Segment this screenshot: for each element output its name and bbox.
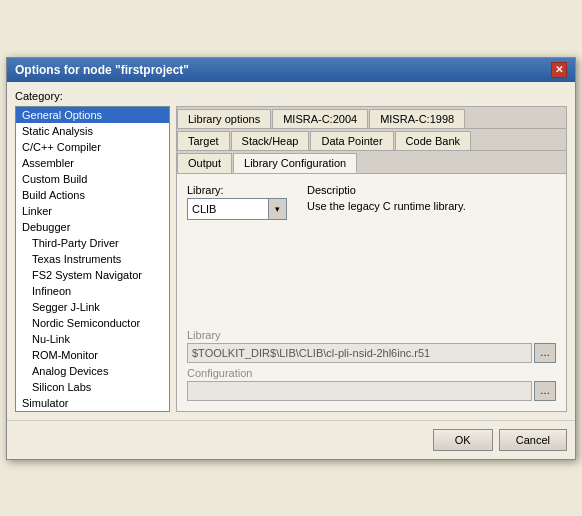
- library-value: CLIB: [188, 201, 268, 217]
- category-item-third-party-driver[interactable]: Third-Party Driver: [16, 235, 169, 251]
- category-item-assembler[interactable]: Assembler: [16, 155, 169, 171]
- configuration-label: Configuration: [187, 367, 556, 379]
- library-path-browse-button[interactable]: …: [534, 343, 556, 363]
- category-item-segger-j-link[interactable]: Segger J-Link: [16, 299, 169, 315]
- dropdown-arrow-icon[interactable]: ▾: [268, 199, 286, 219]
- dialog-body: Category: General OptionsStatic Analysis…: [7, 82, 575, 420]
- library-form-row: Library: CLIB ▾ Descriptio Use the legac…: [187, 184, 556, 220]
- main-dialog: Options for node "firstproject" ✕ Catego…: [6, 57, 576, 460]
- tab-output[interactable]: Output: [177, 153, 232, 173]
- library-path-group: Library …: [187, 329, 556, 363]
- config-browse-icon: …: [540, 385, 550, 396]
- library-path-wrap: …: [187, 343, 556, 363]
- library-label: Library:: [187, 184, 287, 196]
- category-item-custom-build[interactable]: Custom Build: [16, 171, 169, 187]
- configuration-group: Configuration …: [187, 367, 556, 401]
- tabs-row-3: OutputLibrary Configuration: [177, 151, 566, 174]
- category-item-simulator[interactable]: Simulator: [16, 395, 169, 411]
- library-path-label: Library: [187, 329, 556, 341]
- tab-data-pointer[interactable]: Data Pointer: [310, 131, 393, 150]
- main-area: General OptionsStatic AnalysisC/C++ Comp…: [15, 106, 567, 412]
- title-bar: Options for node "firstproject" ✕: [7, 58, 575, 82]
- category-item-fs2-system-navigator[interactable]: FS2 System Navigator: [16, 267, 169, 283]
- tab-misra-1998[interactable]: MISRA-C:1998: [369, 109, 465, 128]
- ok-button[interactable]: OK: [433, 429, 493, 451]
- cancel-button[interactable]: Cancel: [499, 429, 567, 451]
- category-item-static-analysis[interactable]: Static Analysis: [16, 123, 169, 139]
- category-list: General OptionsStatic AnalysisC/C++ Comp…: [15, 106, 170, 412]
- library-dropdown[interactable]: CLIB ▾: [187, 198, 287, 220]
- tabs-row-1: Library optionsMISRA-C:2004MISRA-C:1998: [177, 107, 566, 129]
- category-item-rom-monitor[interactable]: ROM-Monitor: [16, 347, 169, 363]
- configuration-browse-button[interactable]: …: [534, 381, 556, 401]
- tab-code-bank[interactable]: Code Bank: [395, 131, 471, 150]
- category-item-general-options[interactable]: General Options: [16, 107, 169, 123]
- dialog-footer: OK Cancel: [7, 420, 575, 459]
- category-item-silicon-labs[interactable]: Silicon Labs: [16, 379, 169, 395]
- library-group: Library: CLIB ▾: [187, 184, 287, 220]
- category-item-infineon[interactable]: Infineon: [16, 283, 169, 299]
- configuration-input[interactable]: [187, 381, 532, 401]
- category-label: Category:: [15, 90, 567, 102]
- category-item-nu-link[interactable]: Nu-Link: [16, 331, 169, 347]
- category-item-texas-instruments[interactable]: Texas Instruments: [16, 251, 169, 267]
- category-item-analog-devices[interactable]: Analog Devices: [16, 363, 169, 379]
- right-panel: Library optionsMISRA-C:2004MISRA-C:1998 …: [176, 106, 567, 412]
- description-label: Descriptio: [307, 184, 556, 196]
- description-text: Use the legacy C runtime library.: [307, 198, 556, 215]
- browse-icon: …: [540, 347, 550, 358]
- close-icon: ✕: [555, 64, 563, 75]
- category-item-nordic-semiconductor[interactable]: Nordic Semiconductor: [16, 315, 169, 331]
- category-item-debugger[interactable]: Debugger: [16, 219, 169, 235]
- dialog-title: Options for node "firstproject": [15, 63, 189, 77]
- panel-content: Library: CLIB ▾ Descriptio Use the legac…: [177, 174, 566, 411]
- library-path-input[interactable]: [187, 343, 532, 363]
- tab-misra-2004[interactable]: MISRA-C:2004: [272, 109, 368, 128]
- description-group: Descriptio Use the legacy C runtime libr…: [307, 184, 556, 215]
- tab-stack-heap[interactable]: Stack/Heap: [231, 131, 310, 150]
- category-item-build-actions[interactable]: Build Actions: [16, 187, 169, 203]
- file-input-row: Library … Configuration: [187, 329, 556, 401]
- category-item-linker[interactable]: Linker: [16, 203, 169, 219]
- tabs-row-2: TargetStack/HeapData PointerCode Bank: [177, 129, 566, 151]
- tab-library-options[interactable]: Library options: [177, 109, 271, 128]
- tab-target[interactable]: Target: [177, 131, 230, 150]
- tab-library-config[interactable]: Library Configuration: [233, 153, 357, 173]
- configuration-wrap: …: [187, 381, 556, 401]
- category-item-cpp-compiler[interactable]: C/C++ Compiler: [16, 139, 169, 155]
- close-button[interactable]: ✕: [551, 62, 567, 78]
